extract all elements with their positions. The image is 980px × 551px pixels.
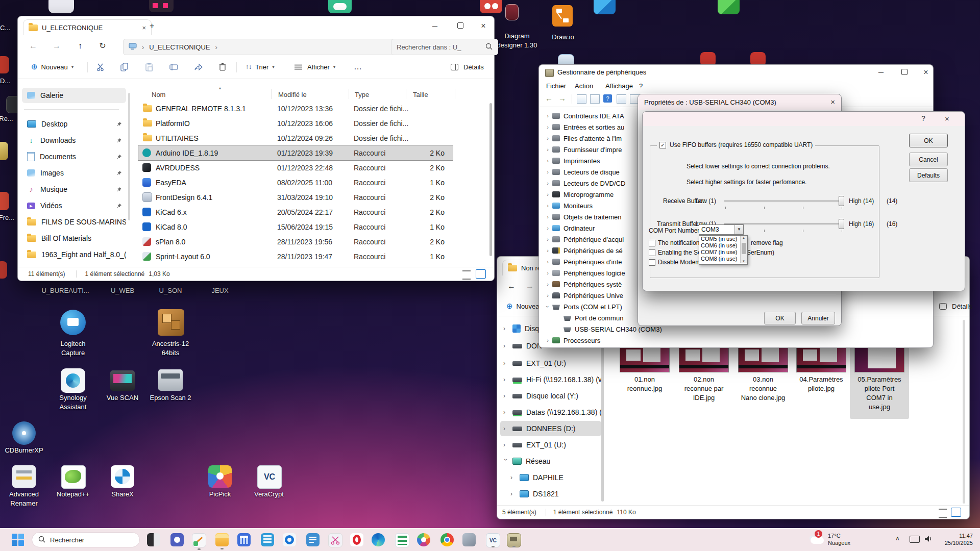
device-tree-item[interactable]: ›Microprogramme — [543, 189, 614, 199]
scroll-down-icon[interactable]: ▼ — [742, 260, 745, 263]
taskbar-opera-icon[interactable] — [350, 533, 363, 546]
sidebar-item-musique[interactable]: ♪Musique — [22, 182, 126, 197]
close-icon[interactable]: × — [830, 97, 835, 106]
synology-assistant-icon[interactable] — [61, 368, 85, 393]
picpick-icon[interactable] — [208, 465, 232, 488]
tree-item-donnees-selected[interactable]: ›DONNEES (D:) — [500, 421, 601, 436]
dropdown-option[interactable]: COM8 (in use) — [699, 256, 742, 262]
scan-tool-icon[interactable] — [617, 94, 626, 104]
help-icon[interactable]: ? — [921, 114, 925, 122]
advanced-renamer-icon[interactable] — [12, 465, 36, 488]
column-header-name[interactable]: Nom — [152, 91, 165, 98]
taskbar-tower-app-icon[interactable] — [261, 533, 274, 546]
sidebar-item-downloads[interactable]: ↓Downloads — [22, 133, 126, 148]
rename-icon[interactable] — [168, 61, 179, 72]
dropdown-scrollbar[interactable]: ▲ ▼ — [740, 236, 747, 263]
file-row[interactable]: sPlan 8.028/11/2023 19:56Raccourci2 Ko — [138, 234, 453, 249]
device-tree-item[interactable]: ›Lecteurs de DVD/CD — [543, 178, 625, 188]
speaker-icon[interactable] — [924, 535, 932, 545]
desktop-icon-fragment[interactable] — [0, 56, 9, 73]
more-button[interactable]: … — [351, 59, 365, 74]
file-thumbnail[interactable]: 03.non reconnue Nano clone.jpg — [737, 343, 790, 403]
advanced-settings-dialog[interactable]: ? × ✓ Use FIFO buffers (requires 16550 c… — [642, 111, 965, 291]
tray-clock-time[interactable]: 11:47 — [959, 533, 973, 539]
device-tree-item[interactable]: ›Périphériques logicie — [543, 268, 625, 278]
copy-icon[interactable] — [119, 61, 130, 72]
desktop-icon-fragment[interactable] — [328, 0, 352, 13]
close-icon[interactable]: × — [945, 114, 949, 123]
details-pane-button[interactable]: Détails — [446, 59, 487, 74]
help-tool-icon[interactable]: ? — [603, 94, 612, 103]
taskbar-sheets-icon[interactable] — [395, 533, 409, 547]
taskbar-chrome-icon[interactable] — [440, 533, 454, 546]
minimize-button[interactable]: ─ — [424, 16, 446, 36]
column-header-type[interactable]: Type — [355, 91, 369, 98]
advanced-ok-button[interactable]: OK — [909, 134, 948, 147]
share-icon[interactable] — [192, 61, 204, 72]
serenum-checkbox[interactable] — [649, 249, 655, 256]
tree-item-drive[interactable]: ›EXT_01 (U:) — [500, 356, 601, 371]
desktop-folder-label[interactable]: U_BUREAUTI... — [41, 286, 89, 295]
drawio-icon[interactable] — [552, 5, 573, 27]
receive-slider-thumb[interactable] — [839, 196, 844, 206]
weather-cloud-icon[interactable] — [811, 537, 824, 544]
modem-handshake-checkbox[interactable] — [649, 259, 655, 266]
tray-chevron-up-icon[interactable]: ∧ — [895, 535, 900, 542]
taskbar-veracrypt-icon[interactable]: VC — [486, 533, 500, 547]
taskbar-calculator-icon[interactable] — [237, 533, 251, 546]
explorer-window-electronique[interactable]: U_ELECTRONIQUE × + ─ × ← → ↑ ↻ › U_ELECT… — [17, 16, 495, 281]
desktop-icon-fragment[interactable] — [718, 0, 740, 14]
sidebar-scrollbar[interactable] — [601, 323, 604, 502]
device-tree-item[interactable]: ›Files d'attente à l'im — [543, 133, 622, 143]
list-tool-icon[interactable] — [577, 94, 586, 104]
fifo-checkbox[interactable]: ✓ — [659, 142, 666, 148]
sharex-icon[interactable] — [111, 465, 134, 488]
sidebar-item-desktop[interactable]: Desktop — [22, 116, 126, 132]
back-button[interactable]: ← — [26, 39, 40, 53]
device-tree-item[interactable]: ›Imprimantes — [543, 156, 600, 166]
desktop-icon-fragment[interactable] — [0, 192, 9, 210]
close-button[interactable]: × — [472, 16, 495, 36]
file-row[interactable]: KiCad 6.x20/05/2024 22:17Raccourci2 Ko — [138, 205, 453, 219]
logitech-capture-icon[interactable] — [60, 310, 86, 335]
search-input[interactable]: Rechercher dans : U_ — [391, 39, 498, 55]
desktop-icon-fragment[interactable] — [149, 0, 174, 12]
breadcrumb[interactable]: U_ELECTRONIQUE — [149, 43, 210, 51]
forward-button[interactable]: → — [50, 39, 64, 53]
scroll-up-icon[interactable]: ▲ — [742, 236, 745, 239]
combo-dropdown-button[interactable]: ▼ — [734, 225, 743, 234]
view-button[interactable]: Afficher▾ — [289, 59, 338, 74]
properties-dialog-titlebar[interactable]: Propriétés de : USB-SERIAL CH340 (COM3) … — [638, 94, 841, 110]
column-header-size[interactable]: Taille — [413, 91, 428, 98]
file-row[interactable]: AVRDUDESS01/12/2023 22:48Raccourci2 Ko — [138, 160, 453, 175]
ancestris-icon[interactable] — [158, 309, 184, 336]
file-row[interactable]: FrontDesign 6.4.131/03/2024 19:10Raccour… — [138, 190, 453, 205]
device-tree-item[interactable]: ›Processeurs — [543, 335, 600, 345]
forward-button[interactable]: → — [523, 279, 537, 293]
file-row[interactable]: EasyEDA08/02/2025 11:00Raccourci1 Ko — [138, 175, 453, 190]
desktop-folder-label[interactable]: JEUX — [211, 286, 228, 295]
tree-item-drive[interactable]: ›EXT_01 (U:) — [500, 437, 601, 453]
delete-icon[interactable] — [217, 61, 228, 72]
details-pane-button[interactable]: Détails — [934, 298, 975, 314]
device-tree-item[interactable]: ›Ordinateur — [543, 223, 595, 233]
maximize-button[interactable] — [893, 63, 916, 82]
tree-item-network-drive[interactable]: ›Datas (\\192.168.1.38) (Z — [500, 405, 601, 420]
list-view-toggle[interactable] — [462, 270, 471, 280]
list-scrollbar[interactable] — [489, 103, 492, 256]
tree-item-ds1821[interactable]: ›DS1821 — [500, 486, 601, 502]
transmit-slider-thumb[interactable] — [839, 219, 844, 229]
sidebar-item-documents[interactable]: Documents — [22, 149, 126, 164]
tray-temperature[interactable]: 17°C — [828, 533, 841, 539]
file-row[interactable]: UTILITAIRES10/12/2024 09:26Dossier de fi… — [138, 131, 453, 145]
dropdown-option[interactable]: COM5 (in use) — [699, 236, 742, 242]
dropdown-option[interactable]: COM6 (in use) — [699, 242, 742, 249]
menu-action[interactable]: Action — [575, 82, 593, 90]
sidebar-item-videos[interactable]: ▶Vidéos — [22, 198, 126, 213]
properties-ok-button[interactable]: OK — [764, 312, 796, 324]
properties-cancel-button[interactable]: Annuler — [801, 312, 835, 324]
new-button[interactable]: ⊕Nouveau▾ — [28, 59, 77, 74]
taskbar-explorer-icon[interactable] — [215, 533, 229, 546]
device-tree-item[interactable]: ›Entrées et sorties au — [543, 122, 624, 132]
diagram-designer-icon[interactable] — [505, 4, 519, 20]
